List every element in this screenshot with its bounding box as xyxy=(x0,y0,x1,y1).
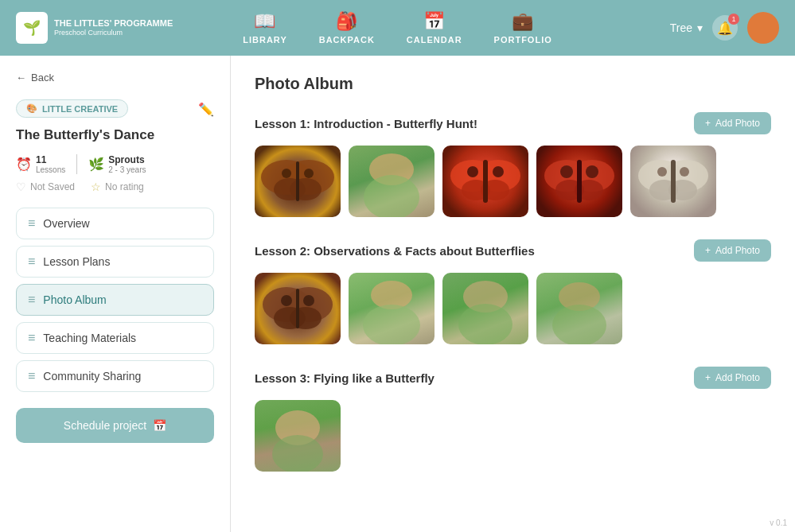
library-icon: 📖 xyxy=(254,11,276,32)
logo-text: THE LITTLES' PROGRAMME Preschool Curricu… xyxy=(54,17,173,38)
star-icon: ☆ xyxy=(91,181,101,193)
photo-item[interactable] xyxy=(255,146,341,217)
lesson-2-photos xyxy=(255,273,771,344)
lesson-1-header: Lesson 1: Introduction - Butterfly Hunt!… xyxy=(255,112,771,134)
svg-point-28 xyxy=(680,167,689,177)
content-area: Photo Album Lesson 1: Introduction - But… xyxy=(231,56,795,532)
svg-rect-22 xyxy=(577,160,582,203)
main-nav: 📖 LIBRARY 🎒 BACKPACK 📅 CALENDAR 💼 PORTFO… xyxy=(243,11,552,45)
photo-item[interactable] xyxy=(255,273,341,344)
logo-icon: 🌱 xyxy=(16,12,48,44)
meta-row: ⏰ 11 Lessons 🌿 Sprouts 2 - 3 years xyxy=(16,154,214,174)
plus-icon: + xyxy=(705,372,711,383)
plus-icon: + xyxy=(705,118,711,129)
svg-point-20 xyxy=(560,165,573,178)
sidebar-item-community-sharing[interactable]: ≡ Community Sharing xyxy=(16,360,214,392)
calendar-icon: 📅 xyxy=(423,11,446,32)
lesson-1-photos xyxy=(255,146,771,217)
nav-portfolio[interactable]: 💼 PORTFOLIO xyxy=(494,11,552,45)
svg-point-27 xyxy=(657,167,667,177)
clock-icon: ⏰ xyxy=(16,157,32,172)
svg-point-38 xyxy=(363,305,420,344)
lesson-section-1: Lesson 1: Introduction - Butterfly Hunt!… xyxy=(255,112,771,217)
backpack-icon: 🎒 xyxy=(336,11,358,32)
add-photo-button-2[interactable]: + Add Photo xyxy=(694,239,771,262)
sidebar-nav-list: ≡ Overview ≡ Lesson Plans ≡ Photo Album … xyxy=(16,208,214,392)
photo-item[interactable] xyxy=(536,146,622,217)
schedule-icon: 📅 xyxy=(153,419,166,432)
lesson-section-2: Lesson 2: Observations & Facts about But… xyxy=(255,239,771,344)
lesson-2-title: Lesson 2: Observations & Facts about But… xyxy=(255,244,535,258)
chevron-down-icon: ▾ xyxy=(697,21,703,34)
svg-point-33 xyxy=(290,307,322,329)
photo-item[interactable] xyxy=(255,400,341,472)
version-label: v 0.1 xyxy=(770,518,787,527)
sidebar-item-overview[interactable]: ≡ Overview xyxy=(16,208,214,239)
app-header: 🌱 THE LITTLES' PROGRAMME Preschool Curri… xyxy=(0,0,795,56)
heart-icon: ♡ xyxy=(16,181,26,193)
lesson-3-photos xyxy=(255,400,771,472)
schedule-project-button[interactable]: Schedule project 📅 xyxy=(16,408,214,443)
add-photo-button-1[interactable]: + Add Photo xyxy=(694,112,771,134)
lessons-meta: ⏰ 11 Lessons xyxy=(16,154,77,174)
sidebar-item-photo-album[interactable]: ≡ Photo Album xyxy=(16,284,214,316)
status-row: ♡ Not Saved ☆ No rating xyxy=(16,181,214,193)
logo-area: 🌱 THE LITTLES' PROGRAMME Preschool Curri… xyxy=(16,12,173,44)
lesson-plans-icon: ≡ xyxy=(28,254,35,269)
svg-point-42 xyxy=(552,305,606,344)
add-photo-button-3[interactable]: + Add Photo xyxy=(694,367,771,389)
portfolio-icon: 💼 xyxy=(512,11,534,32)
project-title: The Butterfly's Dance xyxy=(16,127,214,143)
svg-rect-36 xyxy=(296,289,299,328)
svg-point-3 xyxy=(290,178,322,200)
svg-point-40 xyxy=(458,304,512,344)
avatar[interactable] xyxy=(747,12,779,44)
community-sharing-icon: ≡ xyxy=(28,369,35,383)
back-button[interactable]: ← Back xyxy=(16,72,214,83)
main-content: ← Back 🎨 LITTLE CREATIVE ✏️ The Butterfl… xyxy=(0,56,795,532)
photo-item[interactable] xyxy=(442,146,528,217)
sprouts-icon: 🌿 xyxy=(88,157,104,172)
nav-backpack[interactable]: 🎒 BACKPACK xyxy=(319,11,375,45)
photo-item[interactable] xyxy=(349,146,435,217)
svg-point-4 xyxy=(282,169,291,178)
back-arrow-icon: ← xyxy=(16,72,26,83)
svg-point-13 xyxy=(467,166,478,177)
notification-button[interactable]: 🔔 1 xyxy=(712,15,738,41)
page-title: Photo Album xyxy=(255,75,771,93)
lesson-2-header: Lesson 2: Observations & Facts about But… xyxy=(255,239,771,262)
svg-point-21 xyxy=(586,165,598,178)
svg-point-8 xyxy=(364,175,419,217)
lesson-section-3: Lesson 3: Flying like a Butterfly + Add … xyxy=(255,367,771,472)
edit-button[interactable]: ✏️ xyxy=(198,102,214,117)
sidebar: ← Back 🎨 LITTLE CREATIVE ✏️ The Butterfl… xyxy=(0,56,231,532)
photo-item[interactable] xyxy=(630,146,716,217)
svg-point-34 xyxy=(281,295,292,306)
lesson-3-title: Lesson 3: Flying like a Butterfly xyxy=(255,371,435,385)
sidebar-item-lesson-plans[interactable]: ≡ Lesson Plans xyxy=(16,246,214,278)
svg-point-5 xyxy=(304,169,314,178)
header-right: Tree ▾ 🔔 1 xyxy=(670,12,779,44)
photo-item[interactable] xyxy=(442,273,528,344)
nav-calendar[interactable]: 📅 CALENDAR xyxy=(407,11,462,45)
notification-badge: 1 xyxy=(728,14,739,25)
plus-icon: + xyxy=(705,245,711,256)
photo-item[interactable] xyxy=(349,273,435,344)
saved-status: ♡ Not Saved xyxy=(16,181,75,193)
svg-rect-15 xyxy=(483,160,488,203)
svg-point-35 xyxy=(303,295,314,306)
lesson-1-title: Lesson 1: Introduction - Butterfly Hunt! xyxy=(255,117,477,130)
photo-album-icon: ≡ xyxy=(28,293,35,307)
badge-tag: 🎨 LITTLE CREATIVE xyxy=(16,99,128,118)
svg-rect-6 xyxy=(296,161,299,201)
svg-rect-29 xyxy=(671,160,676,203)
rating-status: ☆ No rating xyxy=(91,181,144,193)
lesson-3-header: Lesson 3: Flying like a Butterfly + Add … xyxy=(255,367,771,389)
photo-item[interactable] xyxy=(536,273,622,344)
nav-library[interactable]: 📖 LIBRARY xyxy=(243,11,286,45)
svg-point-44 xyxy=(272,435,323,472)
sidebar-item-teaching-materials[interactable]: ≡ Teaching Materials xyxy=(16,322,214,354)
svg-point-14 xyxy=(493,166,504,177)
overview-icon: ≡ xyxy=(28,216,35,231)
user-menu[interactable]: Tree ▾ xyxy=(670,21,703,34)
